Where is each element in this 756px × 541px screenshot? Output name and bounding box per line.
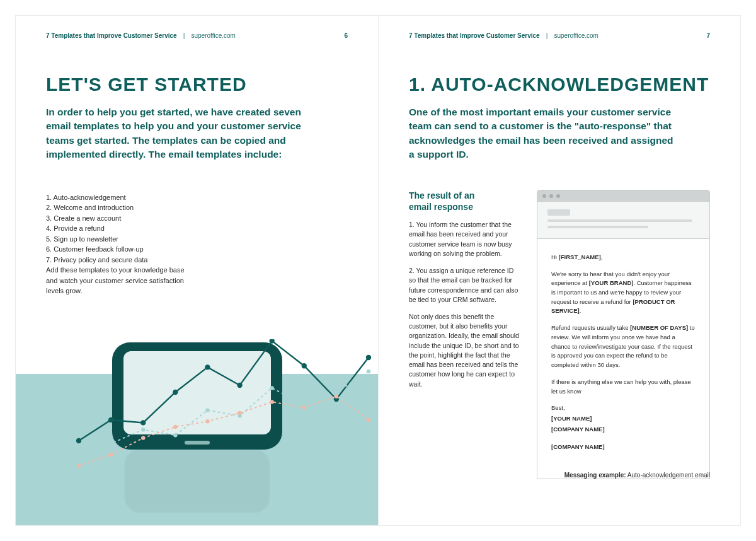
list-item: 7. Privacy policy and secure data	[46, 255, 348, 265]
svg-point-7	[302, 363, 307, 368]
intro-paragraph: One of the most important emails your cu…	[409, 105, 680, 162]
template-list: 1. Auto-acknowledgement 2. Welcome and i…	[46, 192, 348, 296]
list-item: 1. Auto-acknowledgement	[46, 192, 348, 203]
left-column-text: The result of an email response 1. You i…	[409, 190, 519, 479]
page-number-right: 7	[706, 32, 710, 39]
section-heading-line: The result of an	[409, 190, 474, 201]
content-columns: The result of an email response 1. You i…	[409, 190, 710, 479]
svg-point-29	[367, 418, 370, 422]
window-dot-icon	[549, 194, 553, 198]
placeholder-line	[547, 209, 570, 216]
browser-chrome	[537, 190, 710, 239]
page-spread: 7 Templates that Improve Customer Servic…	[15, 15, 741, 526]
svg-point-18	[335, 390, 338, 394]
list-item: 6. Customer feedback follow-up	[46, 244, 348, 255]
window-dot-icon	[542, 194, 546, 198]
email-preview: Hi [FIRST_NAME], We're sorry to hear tha…	[537, 190, 710, 479]
section-heading: The result of an email response	[409, 190, 519, 212]
list-item: 4. Provide a refund	[46, 223, 348, 234]
svg-point-13	[173, 433, 177, 437]
list-item: 5. Sign up to newsletter	[46, 234, 348, 245]
line-chart	[72, 339, 375, 475]
svg-point-0	[76, 438, 81, 443]
page-right: 7 Templates that Improve Customer Servic…	[378, 16, 740, 525]
body-paragraph: Not only does this benefit the customer,…	[409, 312, 519, 389]
browser-titlebar	[537, 190, 709, 202]
page-left: 7 Templates that Improve Customer Servic…	[16, 16, 378, 525]
svg-point-1	[108, 417, 113, 422]
email-paragraph: We're sorry to hear that you didn't enjo…	[551, 270, 696, 317]
figure-caption: Messaging example: Auto-acknowledgement …	[564, 472, 710, 479]
email-company-footer: [COMPANY NAME]	[551, 443, 696, 452]
separator: |	[183, 32, 185, 39]
svg-point-3	[173, 390, 178, 395]
email-paragraph: If there is anything else we can help yo…	[551, 378, 696, 396]
svg-point-4	[205, 364, 210, 369]
list-item: 3. Create a new account	[46, 213, 348, 224]
email-signature: Best, [YOUR NAME] [COMPANY NAME]	[551, 404, 696, 434]
svg-point-11	[109, 441, 113, 445]
placeholder-line	[547, 219, 692, 222]
svg-point-21	[109, 453, 113, 457]
svg-point-28	[335, 394, 338, 398]
site-label: superoffice.com	[554, 32, 598, 39]
running-header-right: 7 Templates that Improve Customer Servic…	[409, 32, 684, 39]
svg-point-12	[141, 428, 145, 431]
svg-point-16	[270, 386, 273, 390]
page-number-left: 6	[344, 32, 348, 39]
placeholder-line	[547, 226, 648, 228]
email-header-placeholder	[537, 202, 709, 238]
svg-point-20	[77, 463, 81, 467]
svg-point-22	[141, 436, 145, 439]
svg-point-5	[237, 383, 242, 388]
site-label: superoffice.com	[191, 32, 235, 39]
svg-point-2	[140, 420, 146, 425]
page-title: LET'S GET STARTED	[46, 75, 348, 94]
doc-title: 7 Templates that Improve Customer Servic…	[409, 32, 540, 39]
email-body: Hi [FIRST_NAME], We're sorry to hear tha…	[537, 239, 710, 479]
svg-point-24	[205, 419, 209, 423]
email-greeting: Hi [FIRST_NAME],	[551, 253, 696, 262]
window-dot-icon	[556, 194, 560, 198]
svg-point-9	[366, 355, 371, 360]
svg-point-19	[367, 369, 370, 373]
svg-point-23	[173, 425, 177, 429]
section-heading-line: email response	[409, 202, 473, 212]
running-header-left: 7 Templates that Improve Customer Servic…	[46, 32, 348, 39]
svg-point-14	[205, 408, 209, 412]
after-list-paragraph: Add these templates to your knowledge ba…	[46, 265, 197, 296]
body-paragraph: 1. You inform the customer that the emai…	[409, 220, 519, 259]
document-spread: 7 Templates that Improve Customer Servic…	[0, 0, 756, 541]
page-title: 1. AUTO-ACKNOWLEDGEMENT	[409, 75, 710, 94]
svg-point-25	[238, 411, 241, 415]
svg-point-10	[77, 460, 81, 463]
body-paragraph: 2. You assign a unique reference ID so t…	[409, 266, 519, 305]
svg-point-26	[270, 400, 273, 404]
doc-title: 7 Templates that Improve Customer Servic…	[46, 32, 177, 39]
svg-point-27	[302, 405, 306, 409]
list-item: 2. Welcome and introduction	[46, 202, 348, 213]
intro-paragraph: In order to help you get started, we hav…	[46, 105, 311, 162]
email-paragraph: Refund requests usually take [NUMBER OF …	[551, 323, 696, 370]
separator: |	[546, 32, 548, 39]
illustration	[16, 339, 378, 525]
